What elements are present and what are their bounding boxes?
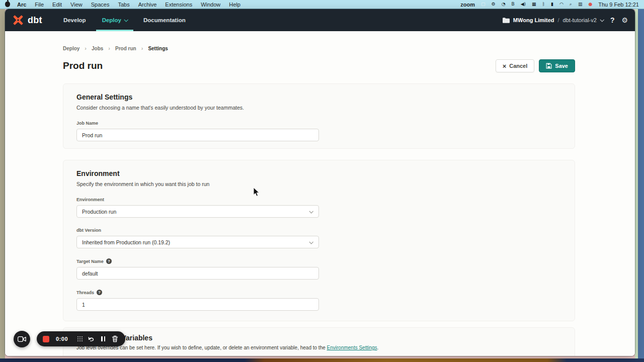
environment-subheading: Specify the environment in which you wan… [76, 181, 561, 187]
general-settings-heading: General Settings [76, 93, 561, 101]
brand-name: dbt [28, 15, 42, 26]
breadcrumb-deploy[interactable]: Deploy [63, 46, 79, 51]
environment-select[interactable]: Production run [76, 205, 319, 218]
account-name: MWong Limited [513, 17, 554, 23]
nav-items: Develop Deploy Documentation [55, 9, 194, 31]
recording-toolbar: 0:00 [37, 331, 125, 346]
dbt-version-select-value: Inherited from Production run (0.19.2) [82, 239, 170, 245]
threads-input[interactable] [76, 298, 319, 311]
menu-window[interactable]: Window [201, 2, 220, 8]
browser-window: dbt Develop Deploy Documentation [5, 9, 635, 356]
nav-item-deploy[interactable]: Deploy [94, 9, 135, 31]
bluetooth-icon[interactable]: ᛒ [542, 2, 545, 7]
general-settings-card: General Settings Consider choosing a nam… [63, 83, 575, 149]
environment-variables-card: Environment Variables Job level override… [63, 327, 575, 356]
account-project-switcher[interactable]: MWong Limited / dbt-tutorial-v2 [503, 17, 603, 23]
dbt-version-label: dbt Version [76, 228, 101, 233]
battery-icon[interactable]: ▮ [551, 2, 553, 7]
search-icon[interactable]: ⌕ [570, 2, 572, 7]
job-name-input[interactable] [76, 129, 319, 141]
breadcrumb-separator: › [141, 45, 143, 51]
volume-icon[interactable]: ◀) [521, 2, 526, 7]
cancel-button[interactable]: × Cancel [496, 59, 535, 72]
record-dot-icon[interactable]: ● [588, 2, 592, 7]
menu-file[interactable]: File [35, 2, 44, 8]
recording-timer: 0:00 [56, 336, 68, 342]
environment-select-value: Production run [82, 209, 116, 215]
save-label: Save [555, 63, 568, 69]
account-slash: / [558, 17, 559, 23]
menu-spaces[interactable]: Spaces [91, 2, 110, 8]
description-period: . [377, 345, 379, 350]
breadcrumb-separator: › [85, 45, 87, 51]
help-icon[interactable]: ? [610, 16, 615, 24]
job-name-label: Job Name [76, 121, 98, 126]
nav-item-label: Develop [63, 17, 86, 23]
display-icon[interactable]: ▦ [532, 2, 536, 7]
settings-gear-icon[interactable]: ⚙ [621, 16, 628, 24]
menu-extensions[interactable]: Extensions [165, 2, 192, 8]
drag-handle-icon[interactable] [77, 338, 78, 339]
restart-recording-icon[interactable] [88, 336, 95, 342]
delete-recording-icon[interactable] [112, 335, 118, 342]
stop-recording-button[interactable] [43, 336, 49, 342]
save-button[interactable]: Save [539, 59, 575, 72]
environment-variables-description: Job level overrides can be set here. If … [76, 345, 561, 350]
menubar-status-area: zoom ▢ ⚙ ◔ B ◀) ▦ ᛒ ▮ ◠ ⌕ ▥ ● Thu 9 Feb … [460, 2, 639, 8]
apple-menu-icon[interactable] [5, 2, 10, 7]
breadcrumb-settings: Settings [148, 46, 168, 51]
environment-card: Environment Specify the environment in w… [63, 160, 575, 321]
control-center-icon[interactable]: ▥ [578, 2, 583, 7]
nav-item-documentation[interactable]: Documentation [135, 9, 194, 31]
help-circle-icon[interactable]: ? [97, 290, 102, 295]
menu-archive[interactable]: Archive [138, 2, 157, 8]
clock-icon[interactable]: ◔ [502, 2, 506, 7]
help-circle-icon[interactable]: ? [106, 258, 112, 264]
desktop: Arc File Edit View Spaces Tabs Archive E… [0, 0, 644, 362]
menubar-clock[interactable]: Thu 9 Feb 12:21 [598, 2, 639, 8]
wallpaper-bottom-strip [0, 358, 644, 362]
dbt-logo[interactable]: dbt [12, 14, 42, 26]
breadcrumb-separator: › [108, 45, 110, 51]
menu-tabs[interactable]: Tabs [118, 2, 129, 8]
general-settings-subheading: Consider choosing a name that's easily u… [76, 105, 561, 111]
save-disk-icon [546, 63, 552, 69]
breadcrumb-jobs[interactable]: Jobs [92, 46, 103, 51]
wifi-icon[interactable]: ◠ [559, 2, 564, 7]
environments-settings-link[interactable]: Environments Settings [327, 345, 377, 350]
gear-icon[interactable]: ⚙ [492, 2, 496, 7]
cancel-label: Cancel [509, 63, 527, 69]
menu-arc[interactable]: Arc [17, 2, 26, 8]
environment-field-label: Environment [76, 197, 104, 202]
target-name-label: Target Name [76, 259, 104, 264]
chevron-down-icon [124, 18, 128, 22]
breadcrumb-prod-run[interactable]: Prod run [115, 46, 136, 51]
breadcrumb: Deploy › Jobs › Prod run › Settings [63, 31, 575, 51]
threads-label: Threads [76, 290, 94, 295]
chevron-down-icon [309, 240, 313, 244]
pause-recording-icon[interactable] [101, 336, 105, 341]
video-camera-icon [18, 336, 26, 342]
page-actions: × Cancel Save [496, 59, 575, 72]
environment-variables-heading: Environment Variables [76, 334, 561, 342]
zoom-menu[interactable]: zoom [460, 2, 475, 8]
project-name: dbt-tutorial-v2 [563, 17, 597, 23]
dbt-logo-icon [12, 14, 24, 26]
dbt-version-select[interactable]: Inherited from Production run (0.19.2) [76, 236, 319, 248]
nav-item-develop[interactable]: Develop [55, 9, 94, 31]
menu-help[interactable]: Help [229, 2, 240, 8]
environment-heading: Environment [76, 169, 561, 177]
navbar-right: MWong Limited / dbt-tutorial-v2 ? ⚙ [503, 16, 628, 24]
camera-toggle-button[interactable] [14, 331, 30, 347]
page-title: Prod run [63, 60, 103, 71]
app-b-icon[interactable]: B [511, 2, 514, 7]
menu-view[interactable]: View [70, 2, 83, 8]
menu-edit[interactable]: Edit [52, 2, 62, 8]
close-icon: × [503, 63, 507, 69]
page-content: Deploy › Jobs › Prod run › Settings Prod… [5, 31, 635, 356]
macos-menubar: Arc File Edit View Spaces Tabs Archive E… [0, 0, 644, 9]
chevron-down-icon [309, 209, 313, 213]
zoom-app-icon[interactable]: ▢ [481, 2, 486, 7]
dbt-navbar: dbt Develop Deploy Documentation [5, 9, 635, 31]
target-name-input[interactable] [76, 267, 319, 280]
